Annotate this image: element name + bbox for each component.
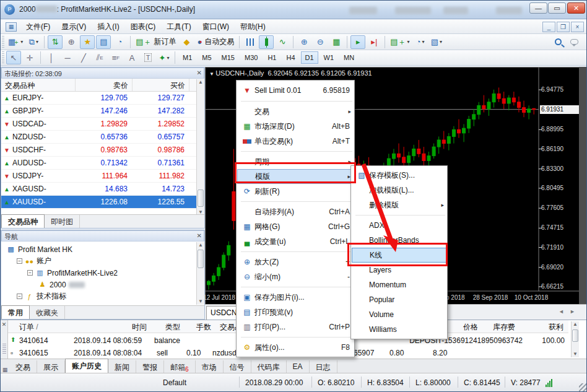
tab-tick-chart[interactable]: 即时图 (45, 215, 80, 228)
menu-item-market-depth[interactable]: ▦市场深度(D)Alt+B (237, 119, 354, 134)
market-watch-row[interactable]: ▼USDCAD-1.298291.29852 (1, 118, 204, 131)
tab-scroll-left-icon[interactable]: ◄ (559, 308, 564, 315)
market-watch-row[interactable]: ▲NZDUSD-0.657360.65757 (1, 131, 204, 144)
period-button-d1[interactable]: D1 (301, 51, 318, 64)
col-lots[interactable]: 手数 (196, 322, 211, 333)
menu-item-refresh[interactable]: ⟳刷新(R) (237, 184, 354, 199)
close-icon[interactable]: ✕ (197, 69, 202, 77)
templates-button[interactable]: ▧▾ (429, 35, 444, 49)
tree-expander-icon[interactable]: − (17, 258, 22, 264)
navigator-item[interactable]: ♟2000 (4, 279, 204, 290)
new-chart-button[interactable]: ▦＋▾ (6, 35, 25, 49)
minimize-button[interactable]: — (529, 2, 547, 14)
tile-windows-button[interactable]: ▦ (329, 35, 344, 49)
menu-item-zoom-in[interactable]: ⊕放大(Z)+ (237, 255, 354, 269)
bottom-tab-新闻[interactable]: 新闻 (108, 360, 136, 373)
col-price[interactable]: 价格 (463, 322, 478, 333)
menu-item-load-template[interactable]: 加载模版(L)... (352, 183, 446, 198)
status-profile[interactable]: Default (163, 378, 186, 387)
menu-item-sell-limit[interactable]: ▼Sell Limit 0.016.95819 (237, 82, 354, 98)
menu-item-trade[interactable]: 交易▸ (237, 104, 354, 119)
menu-item-properties[interactable]: ⚙属性(o)...F8 (237, 340, 354, 355)
data-window-button[interactable]: ▤ (96, 35, 111, 49)
channel-button[interactable]: ⫽E (92, 51, 107, 64)
bottom-tab-EA[interactable]: EA (287, 360, 310, 373)
menubar-item-5[interactable]: 窗口(W) (197, 20, 235, 34)
tab-common[interactable]: 常用 (1, 305, 30, 319)
period-button-m30[interactable]: M30 (240, 51, 262, 64)
navigator-item[interactable]: ▩Profit Market HK (4, 243, 204, 255)
bottom-tab-市场[interactable]: 市场 (196, 360, 224, 373)
strategy-tester-button[interactable]: ◔ (112, 35, 127, 49)
crosshair-button[interactable]: ✛ (22, 51, 37, 64)
trendline-button[interactable]: ╱ (76, 51, 91, 64)
title-bar[interactable]: P 2000: ProfitMarketHK-Live2 - [USDCNH-,… (1, 1, 587, 19)
zoom-in-button[interactable]: ⊕ (297, 35, 311, 49)
menu-item-tpl-kline[interactable]: K线 (352, 248, 446, 263)
market-watch-row[interactable]: ▲XAUUSD-1226.081226.55 (1, 196, 204, 209)
arrows-button[interactable]: ✦▾ (157, 51, 172, 64)
period-button-m1[interactable]: M1 (178, 51, 196, 64)
candlestick-chart-button[interactable] (259, 35, 274, 49)
menubar-item-3[interactable]: 图表(C) (125, 20, 162, 34)
period-button-m15[interactable]: M15 (217, 51, 239, 64)
market-watch-row[interactable]: ▼USDJPY-111.964111.982 (1, 170, 204, 183)
col-order[interactable]: 订单 / (19, 322, 38, 333)
menubar-item-0[interactable]: 文件(F) (20, 20, 56, 34)
menu-item-tpl-layers[interactable]: Layers (352, 263, 446, 277)
market-watch-row[interactable]: ▲XAGUSD-14.68314.723 (1, 183, 204, 196)
chart-collapse-icon[interactable]: ▼ (209, 71, 215, 77)
bottom-tab-交易[interactable]: 交易 (9, 360, 37, 373)
menu-item-tpl-bollingerbands[interactable]: BollingerBands (352, 233, 446, 248)
tick-chart-button[interactable]: ⇅ (48, 35, 63, 49)
crosshair-target-icon[interactable]: ⊕ (64, 35, 79, 49)
bottom-tab-信号[interactable]: 信号 (224, 360, 251, 373)
mdi-restore-button[interactable]: ❐ (557, 22, 570, 32)
navigator-item[interactable]: −▥ProfitMarketHK-Live2 (4, 267, 204, 279)
close-icon[interactable]: ✕ (197, 232, 202, 240)
periods-button[interactable]: ◔▾ (413, 35, 428, 49)
navigator-item[interactable]: −●●账户 (4, 255, 204, 267)
menu-item-tpl-volume[interactable]: Volume (352, 307, 446, 322)
chat-icon[interactable] (567, 35, 581, 49)
market-watch-row[interactable]: ▼USDCHF-0.987630.98786 (1, 144, 204, 157)
col-bid[interactable]: 卖价 (76, 79, 133, 91)
scrollbar-thumb[interactable] (198, 250, 204, 268)
vertical-line-button[interactable]: │ (44, 51, 59, 64)
menu-item-tpl-adx[interactable]: ADX (352, 218, 446, 233)
menu-item-zoom-out[interactable]: ⊖缩小(m)- (237, 269, 354, 284)
tab-scroll-right-icon[interactable]: ► (570, 308, 575, 315)
bottom-tab-代码库[interactable]: 代码库 (251, 360, 287, 373)
period-button-w1[interactable]: W1 (320, 51, 339, 64)
period-button-m5[interactable]: M5 (198, 51, 215, 64)
menu-item-print-preview[interactable]: ▤打印预览(v) (237, 305, 354, 320)
menubar-item-4[interactable]: 工具(T) (161, 20, 196, 34)
menu-item-save-template[interactable]: ▧保存模板(S)... (352, 168, 446, 183)
market-watch-button[interactable]: ★ (80, 35, 95, 49)
menu-item-save-as-picture[interactable]: ▣保存为图片(i)... (237, 290, 354, 305)
menubar-item-1[interactable]: 显示(V) (56, 20, 92, 34)
maximize-button[interactable]: ▭ (548, 2, 566, 14)
menu-item-print[interactable]: ▥打印(P)...Ctrl+P (237, 320, 354, 334)
fibonacci-button[interactable]: ≡F (108, 51, 123, 64)
menu-item-volumes[interactable]: ▄成交量(u)Ctrl+L (237, 234, 354, 249)
menu-item-tpl-momentum[interactable]: Momentum (352, 277, 446, 292)
col-profit[interactable]: 获利 (549, 322, 563, 333)
period-button-h4[interactable]: H4 (282, 51, 299, 64)
menu-item-tpl-williams[interactable]: Williams (352, 322, 446, 337)
zoom-out-button[interactable]: ⊖ (313, 35, 328, 49)
resize-grip[interactable] (579, 383, 587, 391)
scrollbar-thumb[interactable] (198, 189, 204, 207)
chart-shift-button[interactable]: ▸| (367, 35, 381, 49)
menu-item-tpl-popular[interactable]: Popular (352, 292, 446, 307)
menu-item-remove-template[interactable]: 删除模版▸ (352, 198, 446, 212)
navigator-item[interactable]: −ƒ技术指标 (4, 290, 204, 302)
bottom-tab-账户历史[interactable]: 账户历史 (65, 359, 108, 373)
close-icon[interactable]: ✕ (1, 321, 7, 328)
col-ask[interactable]: 买价 (133, 79, 189, 91)
col-symbol[interactable]: 交易品种 (1, 79, 76, 91)
market-watch-scrollbar[interactable]: ▲ ▼ (196, 79, 204, 216)
bottom-tab-邮箱[interactable]: 邮箱6 (164, 360, 196, 373)
col-time[interactable]: 时间 (132, 322, 147, 333)
mdi-minimize-button[interactable]: _ (542, 22, 555, 32)
